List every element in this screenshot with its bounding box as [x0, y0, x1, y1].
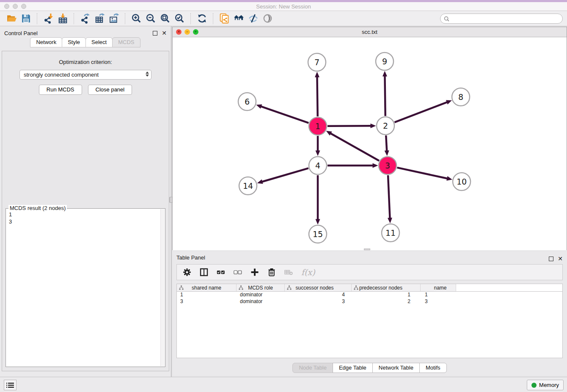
- table-cell[interactable]: 3: [177, 298, 237, 305]
- show-task-history-button[interactable]: [4, 380, 17, 390]
- column-header-successor-nodes[interactable]: successor nodes: [285, 284, 352, 291]
- select-all-columns-button[interactable]: [217, 268, 225, 276]
- minimize-window-button[interactable]: [13, 4, 18, 9]
- maximize-window-button[interactable]: [21, 4, 26, 9]
- float-panel-icon[interactable]: [153, 31, 157, 36]
- table-cell[interactable]: dominator: [237, 298, 285, 305]
- node-4[interactable]: 4: [309, 157, 327, 174]
- export-image-button[interactable]: [107, 12, 121, 25]
- table-cell[interactable]: 3: [421, 298, 456, 305]
- open-session-button[interactable]: [4, 12, 19, 25]
- delete-table-button[interactable]: [284, 268, 293, 276]
- close-table-panel-icon[interactable]: ✕: [558, 255, 563, 262]
- edge-1-7[interactable]: [317, 77, 317, 116]
- control-tabs: NetworkStyleSelectMCDS: [0, 37, 171, 47]
- tab-edge-table[interactable]: Edge Table: [333, 363, 373, 373]
- import-table-button[interactable]: [55, 12, 70, 25]
- edge-2-9[interactable]: [385, 76, 385, 116]
- window-title: Session: New Session: [0, 1, 567, 10]
- toolbar-separator: [74, 13, 74, 24]
- column-header-name[interactable]: name: [421, 284, 456, 291]
- tab-network[interactable]: Network: [30, 37, 62, 47]
- apply-layout-button[interactable]: [195, 12, 209, 25]
- node-7[interactable]: 7: [308, 53, 326, 71]
- edge-3-10[interactable]: [397, 168, 447, 179]
- float-table-panel-icon[interactable]: [549, 257, 553, 261]
- search-input[interactable]: [451, 16, 559, 22]
- column-header-shared-name[interactable]: shared name: [177, 284, 237, 291]
- node-1[interactable]: 1: [309, 117, 327, 135]
- export-table-button[interactable]: [92, 12, 107, 25]
- table-settings-button[interactable]: [183, 268, 191, 276]
- edge-1-6[interactable]: [261, 106, 308, 123]
- minimize-network-button[interactable]: −: [184, 29, 190, 35]
- delete-column-button[interactable]: [267, 268, 276, 276]
- tab-select[interactable]: Select: [85, 37, 113, 47]
- table-cell[interactable]: 4: [285, 292, 352, 298]
- table-cell[interactable]: 1: [352, 292, 421, 298]
- node-14[interactable]: 14: [239, 177, 257, 195]
- zoom-in-button[interactable]: [129, 12, 143, 25]
- zoom-selected-button[interactable]: [172, 12, 187, 25]
- criterion-dropdown[interactable]: strongly connected component: [19, 70, 151, 80]
- node-10[interactable]: 10: [453, 173, 471, 190]
- node-9[interactable]: 9: [376, 52, 394, 70]
- close-window-button[interactable]: [4, 4, 9, 9]
- node-15[interactable]: 15: [309, 225, 327, 243]
- tab-motifs[interactable]: Motifs: [419, 363, 447, 373]
- edge-3-1[interactable]: [330, 133, 379, 161]
- table-cell[interactable]: 1: [177, 292, 237, 298]
- horizontal-splitter-grip[interactable]: [364, 248, 370, 250]
- table-row[interactable]: 1dominator411: [177, 292, 562, 298]
- show-column-panel-button[interactable]: [200, 268, 208, 276]
- maximize-network-button[interactable]: +: [193, 29, 198, 35]
- network-graph[interactable]: 7968124314101511: [173, 37, 567, 250]
- node-6[interactable]: 6: [238, 93, 256, 110]
- save-session-button[interactable]: [19, 12, 33, 25]
- column-header-predecessor-nodes[interactable]: predecessor nodes: [352, 284, 421, 291]
- tab-style[interactable]: Style: [62, 37, 86, 47]
- clone-network-icon: [219, 13, 230, 24]
- export-network-button[interactable]: [78, 12, 92, 25]
- table-row[interactable]: 3dominator323: [177, 298, 562, 305]
- tab-network-table[interactable]: Network Table: [372, 363, 420, 373]
- close-panel-icon[interactable]: ✕: [162, 30, 167, 36]
- result-scrollbar[interactable]: [160, 209, 165, 366]
- close-panel-button[interactable]: Close panel: [88, 85, 132, 95]
- edge-2-3[interactable]: [386, 135, 387, 151]
- tab-mcds[interactable]: MCDS: [112, 37, 140, 47]
- tab-node-table[interactable]: Node Table: [292, 363, 333, 373]
- zoom-fit-button[interactable]: [158, 12, 172, 25]
- show-all-button[interactable]: [260, 12, 275, 25]
- clone-network-button[interactable]: [217, 12, 231, 25]
- unselect-all-columns-button[interactable]: [234, 268, 242, 276]
- node-8[interactable]: 8: [452, 88, 470, 106]
- column-header-MCDS-role[interactable]: MCDS role: [237, 284, 285, 291]
- zoom-out-button[interactable]: [143, 12, 158, 25]
- edge-4-14[interactable]: [262, 168, 308, 182]
- table-header-row: shared nameMCDS rolesuccessor nodesprede…: [177, 284, 562, 292]
- close-network-button[interactable]: ✕: [176, 29, 182, 35]
- memory-button[interactable]: Memory: [527, 380, 564, 390]
- first-neighbors-button[interactable]: [231, 12, 246, 25]
- create-column-button[interactable]: [250, 268, 259, 276]
- table-cell[interactable]: 2: [352, 298, 421, 305]
- edge-3-11[interactable]: [388, 175, 390, 218]
- edge-2-8[interactable]: [394, 102, 447, 122]
- import-network-button[interactable]: [41, 12, 55, 25]
- table-cell[interactable]: dominator: [237, 292, 285, 298]
- control-panel-title: Control Panel: [4, 28, 153, 36]
- table-cell[interactable]: 1: [421, 292, 456, 298]
- node-3[interactable]: 3: [379, 157, 396, 174]
- edge-1-2[interactable]: [328, 126, 371, 126]
- function-builder-button[interactable]: f(x): [301, 268, 315, 277]
- node-2[interactable]: 2: [377, 117, 394, 135]
- table-panel-header: Table Panel ✕: [172, 252, 567, 262]
- network-canvas[interactable]: 7968124314101511: [173, 37, 567, 250]
- main-toolbar: [0, 11, 567, 26]
- node-11[interactable]: 11: [382, 224, 399, 242]
- svg-text:7: 7: [314, 58, 319, 67]
- hide-selected-button[interactable]: [246, 12, 260, 25]
- run-mcds-button[interactable]: Run MCDS: [39, 85, 82, 95]
- table-cell[interactable]: 3: [285, 298, 352, 305]
